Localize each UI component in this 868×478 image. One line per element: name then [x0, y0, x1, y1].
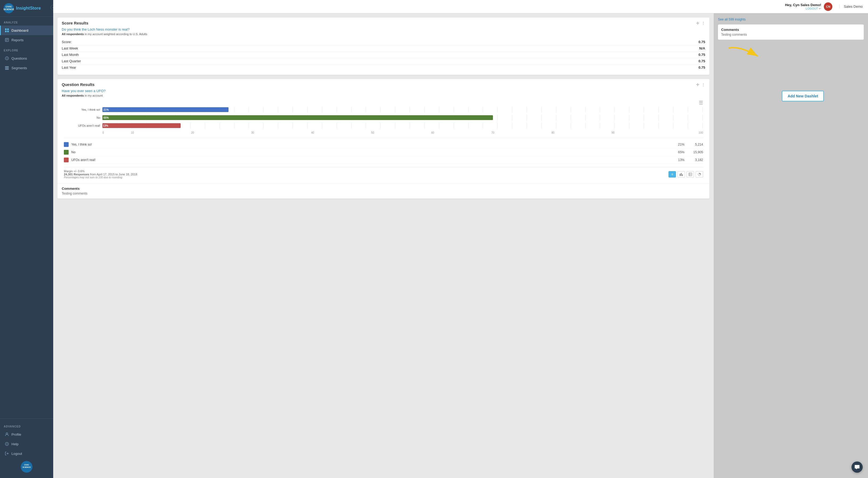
chart-btn-table[interactable] — [687, 171, 694, 178]
legend-text-0: Yes, I think so! — [71, 143, 671, 146]
axis-80: 80 — [523, 131, 583, 134]
segments-icon — [4, 65, 9, 70]
user-logout: LOGOUT ↩ — [785, 7, 821, 10]
score-value-3: 0.75 — [699, 59, 705, 63]
legend-row-1: No 65% 15,905 — [64, 149, 703, 156]
help-label: Help — [11, 442, 19, 446]
main-area: Hey, Cyn Sales Demo! LOGOUT ↩ CN Sales D… — [53, 0, 868, 478]
question-link[interactable]: Have you ever seen a UFO? — [62, 89, 705, 93]
legend-color-0 — [64, 142, 69, 147]
axis-20: 20 — [162, 131, 223, 134]
chat-bubble[interactable] — [851, 461, 863, 473]
user-greeting: Hey, Cyn Sales Demo! — [785, 3, 821, 7]
axis-10: 10 — [102, 131, 162, 134]
score-menu-icon[interactable]: ⋮ — [702, 21, 705, 25]
score-table: Score: 0.75 Last Week N/A Last Month 0.7… — [62, 39, 705, 70]
axis-labels: 0 10 20 30 40 50 60 70 80 90 100 — [64, 131, 703, 134]
score-card-body: Do you think the Loch Ness monster is re… — [58, 27, 709, 75]
score-row-2: Last Month 0.75 — [62, 52, 705, 58]
insights-link[interactable]: See all 599 insights — [718, 18, 864, 21]
card-comments-text: Testing comments — [62, 191, 705, 196]
bar-container-1: 65% — [102, 115, 703, 121]
svg-rect-22 — [689, 173, 692, 176]
sidebar-item-dashboard[interactable]: Dashboard — [0, 26, 53, 35]
sidebar-item-profile[interactable]: Profile — [0, 429, 53, 439]
chart-btn-pie[interactable] — [695, 171, 703, 178]
legend-color-1 — [64, 150, 69, 155]
question-move-icon[interactable]: ✛ — [696, 83, 699, 87]
sidebar-item-questions[interactable]: ? Questions — [0, 54, 53, 63]
score-row-0: Score: 0.75 — [62, 39, 705, 45]
profile-label: Profile — [11, 432, 21, 437]
svg-rect-12 — [5, 69, 9, 70]
score-row-4: Last Year 0.75 — [62, 64, 705, 70]
svg-rect-11 — [5, 68, 9, 68]
score-row-1: Last Week N/A — [62, 45, 705, 52]
sidebar-collapse-button[interactable]: ‹ — [51, 5, 53, 10]
score-card-title: Score Results — [62, 21, 88, 25]
chart-hamburger-icon[interactable]: ☰ — [699, 100, 703, 106]
score-label-2: Last Month — [62, 53, 79, 57]
bar-row-1: No 65% — [64, 115, 703, 121]
add-dashlet-button[interactable]: Add New Dashlet — [782, 91, 824, 101]
question-subtitle-rest: in my account — [85, 94, 103, 97]
header-org: Sales Demo — [839, 4, 863, 8]
chart-responses: 24,301 Responses from April 17, 2015 to … — [64, 173, 137, 176]
right-comments-title: Comments — [721, 28, 861, 32]
questions-icon: ? — [4, 56, 9, 61]
svg-point-13 — [6, 433, 8, 435]
profile-icon — [4, 432, 9, 437]
legend-pct-2: 13% — [671, 158, 684, 162]
svg-text:?: ? — [6, 57, 8, 60]
sidebar-item-segments[interactable]: Segments — [0, 63, 53, 73]
analyze-section-label: ANALYZE — [0, 17, 53, 26]
sidebar-item-reports[interactable]: Reports — [0, 35, 53, 45]
bar-chart: Yes, I think so! 21% No — [64, 107, 703, 131]
logout-arrow: ↩ — [819, 7, 821, 10]
chart-legend: Yes, I think so! 21% 5,214 No 65% 15,905 — [64, 138, 703, 164]
chart-footer: Margin +/- 0.6% 24,301 Responses from Ap… — [64, 167, 703, 179]
score-subtitle-bold: All respondents — [62, 32, 84, 36]
bar-pct-2: 13% — [102, 124, 108, 127]
legend-color-2 — [64, 157, 69, 162]
arrow-annotation-area — [718, 43, 864, 75]
score-subtitle: All respondents in my account weighted a… — [62, 32, 705, 36]
legend-text-2: UFOs aren't real! — [71, 158, 671, 162]
card-comments-section: Comments Testing comments — [58, 183, 709, 199]
logout-icon — [4, 451, 9, 456]
score-value-1: N/A — [699, 46, 705, 50]
logout-link[interactable]: LOGOUT — [806, 7, 818, 10]
svg-rect-0 — [5, 28, 7, 30]
score-value-4: 0.75 — [699, 65, 705, 69]
logout-label: Logout — [11, 452, 22, 456]
svg-text:CIVIC: CIVIC — [24, 464, 29, 466]
bar-pct-0: 21% — [102, 108, 109, 111]
svg-rect-1 — [7, 28, 9, 30]
score-question-link[interactable]: Do you think the Loch Ness monster is re… — [62, 27, 705, 31]
dashboard-main: Score Results ✛ ⋮ Do you think the Loch … — [53, 13, 714, 478]
chart-btn-bar[interactable]: ≡ — [669, 171, 676, 178]
sidebar-item-help[interactable]: ? Help — [0, 439, 53, 449]
chart-footer-buttons: ≡ — [669, 171, 703, 178]
sidebar: CIVIC SCIENCE InsightStore ‹ ANALYZE Das… — [0, 0, 53, 478]
chart-btn-bar2[interactable] — [678, 171, 685, 178]
legend-count-2: 3,182 — [684, 158, 703, 162]
svg-rect-21 — [682, 174, 683, 176]
legend-row-0: Yes, I think so! 21% 5,214 — [64, 141, 703, 149]
chart-margin: Margin +/- 0.6% — [64, 170, 137, 173]
card-comments-title: Comments — [62, 186, 705, 190]
question-menu-icon[interactable]: ⋮ — [702, 83, 705, 87]
chart-date-range: from April 17, 2015 to June 18, 2018 — [90, 173, 137, 176]
bar-fill-2: 13% — [102, 123, 181, 128]
score-card-header: Score Results ✛ ⋮ — [58, 18, 709, 27]
advanced-section-label: ADVANCED — [0, 421, 53, 429]
legend-text-1: No — [71, 150, 671, 154]
score-move-icon[interactable]: ✛ — [696, 21, 699, 25]
legend-row-2: UFOs aren't real! 13% 3,182 — [64, 156, 703, 164]
bar-row-2: UFOs aren't real! 13% — [64, 123, 703, 128]
sidebar-item-logout[interactable]: Logout — [0, 449, 53, 458]
legend-count-1: 15,905 — [684, 150, 703, 154]
add-dashlet-container: Add New Dashlet — [718, 75, 864, 101]
question-card-header: Question Results ✛ ⋮ — [58, 79, 709, 89]
legend-pct-0: 21% — [671, 143, 684, 146]
